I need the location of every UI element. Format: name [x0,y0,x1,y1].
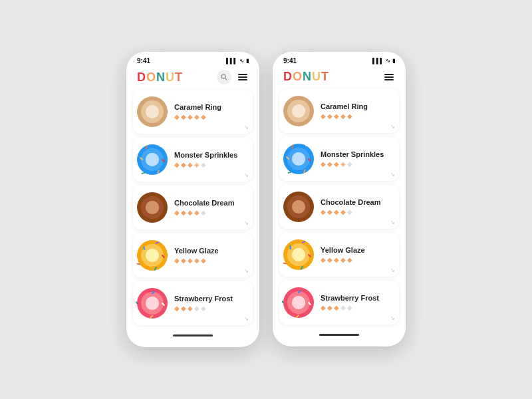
donut-name: Strawberry Frost [321,294,394,302]
donut-stars: ◆◆◆◆◆ [174,257,247,264]
star-filled: ◆ [334,304,339,311]
logo-letter-u: U [312,70,321,84]
donut-stars: ◆◆◆◆◆ [174,209,247,216]
donut-stars: ◆◆◆◆◆ [321,304,394,311]
svg-point-15 [146,153,159,166]
svg-point-19 [146,201,159,214]
donut-stars: ◆◆◆◈◆ [174,161,247,168]
expand-icon: ↘ [390,267,395,273]
star-filled: ◆ [201,113,206,120]
star-filled: ◆ [181,305,186,312]
donut-info: Yellow Glaze◆◆◆◆◆ [174,247,247,264]
donut-card[interactable]: Yellow Glaze◆◆◆◆◆↘ [133,233,253,277]
donut-info: Yellow Glaze◆◆◆◆◆ [321,246,394,263]
expand-icon: ↘ [244,124,249,130]
donut-image [282,142,315,176]
star-filled: ◆ [194,209,200,216]
donut-card[interactable]: Yellow Glaze◆◆◆◆◆↘ [279,233,399,277]
star-filled: ◆ [174,257,180,264]
expand-icon: ↘ [390,172,395,178]
status-bar: 9:41 ▌▌▌ ∿ ▮ [126,52,259,67]
wifi-icon: ∿ [386,58,390,64]
svg-point-50 [292,152,305,166]
home-indicator [173,334,213,336]
header-right [217,70,249,84]
logo-letter-t: T [321,70,329,84]
logo-letter-o: O [293,70,303,84]
star-filled: ◆ [327,208,332,215]
star-filled: ◆ [327,160,332,168]
star-filled: ◆ [340,208,346,215]
expand-icon: ↘ [390,124,395,130]
expand-icon: ↘ [390,219,395,225]
svg-point-28 [146,249,159,262]
star-filled: ◆ [188,161,193,168]
donut-info: Strawberry Frost◆◆◆◆◆ [174,295,247,312]
star-filled: ◆ [321,160,326,168]
donut-name: Caramel Ring [174,103,247,111]
donut-image [282,190,315,223]
star-filled: ◆ [181,209,186,216]
star-empty: ◆ [201,161,206,168]
star-filled: ◆ [334,112,339,120]
app-header: DONUT [273,67,406,89]
star-empty: ◆ [347,304,352,311]
donut-info: Monster Sprinkles◆◆◆◈◆ [321,150,394,168]
star-filled: ◆ [321,208,326,215]
svg-line-49 [307,145,309,146]
donut-card[interactable]: Monster Sprinkles◆◆◆◈◆↘ [279,137,399,181]
phone-right: 9:41 ▌▌▌ ∿ ▮ DONUT Caramel Ring◆◆◆◆◆↘ Mo… [273,52,406,346]
donut-name: Monster Sprinkles [174,151,247,159]
logo-letter-u: U [166,70,175,84]
svg-line-11 [142,173,145,174]
donut-image [282,238,315,271]
donut-card[interactable]: Chocolate Dream◆◆◆◆◆↘ [133,186,253,229]
donut-name: Strawberry Frost [174,295,247,303]
donut-list: Caramel Ring◆◆◆◆◆↘ Monster Sprinkles◆◆◆◈… [126,90,259,329]
star-filled: ◆ [188,209,193,216]
expand-icon: ↘ [244,220,249,226]
svg-line-46 [289,172,291,173]
status-icons: ▌▌▌ ∿ ▮ [372,58,395,64]
donut-card[interactable]: Caramel Ring◆◆◆◆◆↘ [133,90,253,134]
donut-info: Caramel Ring◆◆◆◆◆ [174,103,247,120]
star-filled: ◆ [347,112,352,120]
svg-line-60 [284,263,287,264]
menu-button[interactable] [383,72,395,82]
expand-icon: ↘ [244,316,249,322]
signal-icon: ▌▌▌ [226,58,237,64]
donut-name: Monster Sprinkles [321,150,394,158]
menu-button[interactable] [237,72,249,82]
logo-letter-n: N [156,70,166,84]
donut-stars: ◆◆◆◆◆ [321,256,394,263]
expand-icon: ↘ [244,268,249,274]
donut-card[interactable]: Monster Sprinkles◆◆◆◈◆↘ [133,138,253,182]
donut-image [136,95,169,128]
donut-card[interactable]: Chocolate Dream◆◆◆◆◆↘ [279,185,399,229]
donut-name: Chocolate Dream [174,199,247,207]
svg-point-40 [292,104,305,118]
donut-card[interactable]: Caramel Ring◆◆◆◆◆↘ [279,89,399,133]
star-filled: ◆ [194,113,200,120]
star-filled: ◆ [174,305,180,312]
donut-card[interactable]: Strawberry Frost◆◆◆◆◆↘ [133,281,253,325]
app-logo: DONUT [137,70,183,84]
logo-letter-d: D [137,70,146,84]
donut-info: Chocolate Dream◆◆◆◆◆ [321,198,394,215]
donut-info: Chocolate Dream◆◆◆◆◆ [174,199,247,216]
donut-image [282,286,315,319]
svg-point-71 [292,296,305,309]
donut-card[interactable]: Strawberry Frost◆◆◆◆◆↘ [279,281,399,325]
star-empty: ◆ [347,208,352,215]
donut-image [136,287,169,320]
star-filled: ◆ [321,304,326,311]
star-filled: ◆ [327,256,332,263]
app-header: DONUT [126,67,259,90]
home-indicator [319,334,359,336]
donut-info: Strawberry Frost◆◆◆◆◆ [321,294,394,311]
svg-line-69 [282,301,283,303]
donut-stars: ◆◆◆◆◆ [174,305,247,312]
donut-image [136,239,169,272]
donut-image [136,191,169,224]
search-button[interactable] [217,70,231,84]
